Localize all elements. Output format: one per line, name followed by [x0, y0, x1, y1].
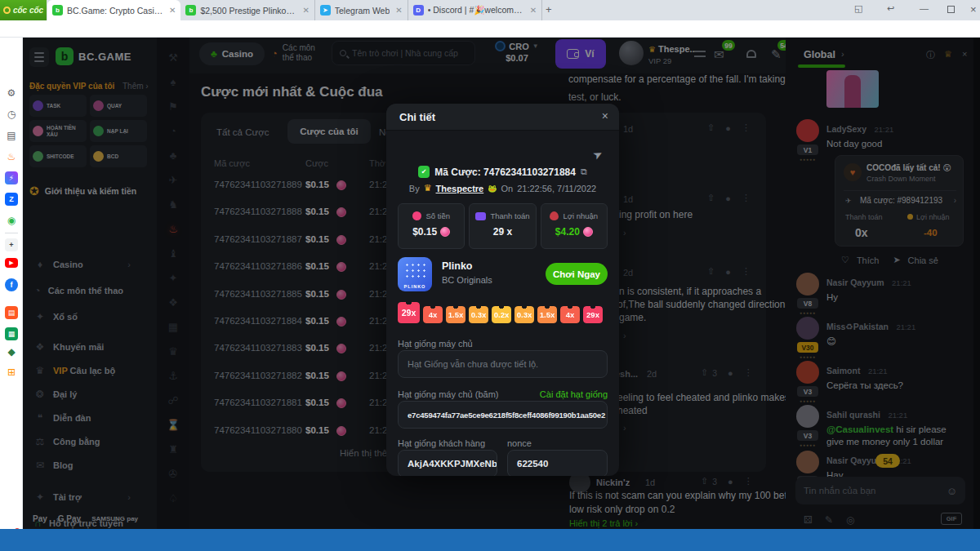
stat-payout: Thanh toán 29 x — [469, 203, 536, 249]
history-icon[interactable]: ◷ — [5, 108, 18, 121]
multiplier-chip: 4x — [423, 306, 443, 323]
reading-list-icon[interactable]: ▤ — [5, 129, 18, 142]
hashed-seed-input[interactable]: e7c459474fa77ae5ce9e6218f5f8ceff4086f991… — [398, 401, 608, 429]
multiplier-chip: 0.2x — [492, 306, 511, 323]
hashed-seed-value: e7c459474fa77ae5ce9e6218f5f8ceff4086f991… — [408, 411, 605, 420]
tab-close-icon[interactable]: ✕ — [169, 6, 176, 15]
tab-title: $2,500 Prestige Plinko Challe — [200, 6, 296, 16]
tab-list: b BC.Game: Crypto Casino Gar ✕ b $2,500 … — [47, 0, 542, 20]
address-bar: ← → ↻ bc.game/vi/game/plinko ⤓ ↗ ☆ ⬠ ↓ ❖… — [0, 20, 980, 38]
multiplier-chip: 29x — [398, 302, 420, 323]
multiplier-chip: 4x — [560, 306, 580, 323]
server-seed-value: Hạt Giống vẫn chưa được tiết lộ. — [408, 359, 538, 369]
tab-favicon: D — [413, 5, 424, 16]
seed-settings-link[interactable]: Cài đặt hạt giống — [540, 389, 608, 399]
bet-by-row: By ♛ Thespectre 🐸 On 21:22:56, 7/11/2022 — [386, 183, 619, 193]
coccoc-logo-icon — [3, 7, 11, 14]
server-seed-input[interactable]: Hạt Giống vẫn chưa được tiết lộ. — [398, 350, 608, 378]
game-name: Plinko — [442, 260, 473, 272]
add-shortcut-icon[interactable]: + — [5, 238, 18, 251]
gift-icon[interactable]: ▦ — [5, 327, 18, 340]
by-label: By — [409, 184, 420, 193]
reopen-tab-icon[interactable]: ↩ — [887, 3, 894, 14]
modal-title: Chi tiết — [399, 111, 435, 123]
new-tab-button[interactable]: + — [546, 3, 552, 16]
plinko-game-icon[interactable]: PLINKO — [398, 257, 432, 291]
tab-close-icon[interactable]: ✕ — [395, 6, 402, 15]
tab-favicon: ➤ — [320, 5, 331, 16]
client-seed-label: Hạt giống khách hàng — [398, 438, 485, 448]
settings-icon[interactable]: ⚙ — [5, 87, 18, 100]
brand-label: cốc cốc — [13, 6, 43, 15]
coccoc-brand[interactable]: cốc cốc — [0, 0, 47, 20]
client-seed-input[interactable]: AkjA4XKKPJMXeNb — [398, 450, 497, 476]
multiplier-strip: 29x4x1.5x0.3x0.2x0.3x1.5x4x29x — [398, 302, 608, 323]
tab-close-icon[interactable]: ✕ — [530, 6, 537, 15]
cart-icon[interactable]: ⊞ — [5, 366, 18, 379]
browser-tabstrip: cốc cốc b BC.Game: Crypto Casino Gar ✕ b… — [0, 0, 980, 20]
client-seed-value: AkjA4XKKPJMXeNb — [408, 459, 497, 469]
bettor-username[interactable]: Thespectre — [436, 184, 484, 193]
multiplier-chip: 29x — [583, 306, 603, 323]
tab-title: • Discord | #🎉welcome | BC — [428, 5, 524, 16]
tab-favicon: b — [52, 5, 63, 16]
games-icon[interactable]: ◉ — [5, 214, 18, 227]
bcd-coin-icon — [583, 227, 593, 237]
nonce-label: nonce — [507, 438, 532, 448]
copy-icon[interactable]: ⧉ — [581, 167, 587, 177]
nonce-value: 622540 — [517, 459, 548, 469]
multiplier-chip: 1.5x — [446, 306, 466, 323]
game-provider: BC Originals — [442, 275, 492, 285]
browser-tab[interactable]: ➤ Telegram Web ✕ — [315, 0, 408, 20]
messenger-icon[interactable]: ⚡ — [5, 171, 18, 184]
frog-emoji: 🐸 — [488, 184, 497, 193]
verified-shield-icon[interactable]: ✔ — [418, 166, 430, 178]
card-icon — [475, 212, 486, 220]
shop-icon[interactable]: ▤ — [5, 306, 18, 319]
bet-code-row: ✔ Mã Cược: 74762341103271884 ⧉ — [386, 166, 619, 178]
minimize-button[interactable]: — — [920, 3, 929, 13]
tab-title: Telegram Web — [335, 6, 390, 16]
multiplier-chip: 1.5x — [537, 306, 557, 323]
on-label: On — [501, 184, 513, 193]
tab-search-icon[interactable]: ◱ — [854, 3, 862, 14]
bag-icon — [550, 211, 559, 220]
screen: cốc cốc b BC.Game: Crypto Casino Gar ✕ b… — [0, 0, 980, 551]
play-now-button[interactable]: Chơi Ngay — [546, 263, 608, 285]
facebook-icon[interactable]: f — [5, 278, 18, 291]
hot-trends-icon[interactable]: ♨ — [5, 150, 18, 163]
bet-datetime: 21:22:56, 7/11/2022 — [517, 184, 596, 193]
tab-title: BC.Game: Crypto Casino Gar — [67, 6, 163, 16]
bet-details-modal: Chi tiết × ➤ ✔ Mã Cược: 7476234110327188… — [386, 104, 619, 476]
bcd-coin-icon — [440, 227, 450, 237]
school-icon[interactable]: ◆ — [5, 345, 18, 358]
browser-tab[interactable]: b BC.Game: Crypto Casino Gar ✕ — [47, 0, 180, 20]
game-row: PLINKO Plinko BC Originals Chơi Ngay — [398, 257, 608, 293]
multiplier-chip: 0.3x — [514, 306, 534, 323]
bet-stats-row: Số tiền $0.15 Thanh toán 29 x Lợi nhuận … — [398, 203, 608, 249]
browser-dock: ⚙ ◷ ▤ ♨ ⚡ Z ◉ + ▶ f ▤ ▦ ◆ ⊞ ⋯ — [0, 38, 23, 529]
multiplier-chip: 0.3x — [469, 306, 488, 323]
nonce-input[interactable]: 622540 — [507, 450, 608, 476]
modal-share-icon[interactable]: ➤ — [590, 146, 605, 162]
modal-header: Chi tiết × — [386, 104, 619, 131]
youtube-icon[interactable]: ▶ — [5, 258, 18, 268]
browser-tab[interactable]: b $2,500 Prestige Plinko Challe ✕ — [180, 0, 314, 20]
stat-profit: Lợi nhuận $4.20 — [541, 203, 608, 249]
hashed-seed-label: Hạt giống máy chủ (băm) — [398, 389, 499, 399]
zalo-icon[interactable]: Z — [5, 193, 18, 206]
crown-icon: ♛ — [424, 183, 432, 193]
browser-tab[interactable]: D • Discord | #🎉welcome | BC ✕ — [408, 0, 542, 20]
close-window-button[interactable]: × — [970, 3, 977, 16]
coins-icon — [412, 211, 421, 220]
tab-close-icon[interactable]: ✕ — [302, 6, 309, 15]
bet-code: Mã Cược: 74762341103271884 — [434, 167, 576, 178]
stat-amount: Số tiền $0.15 — [398, 203, 465, 249]
tab-favicon: b — [185, 5, 196, 16]
windows-taskbar: ∧ ◁) ENG 9:23 PM 11/7/2022 — [0, 529, 980, 551]
maximize-button[interactable] — [947, 6, 955, 13]
server-seed-label: Hạt giống máy chủ — [398, 339, 473, 349]
modal-close-icon[interactable]: × — [602, 109, 608, 122]
dock-divider — [5, 233, 18, 233]
